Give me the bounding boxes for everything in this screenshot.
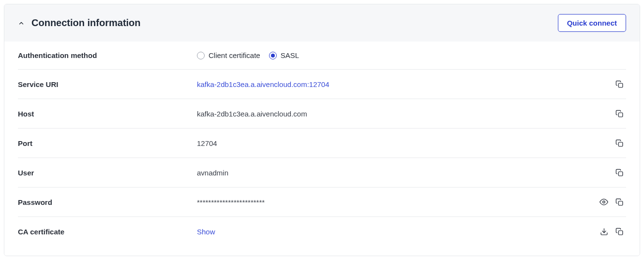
row-service-uri: Service URI kafka-2db1c3ea.a.aivencloud.…	[18, 70, 626, 99]
auth-method-value: Client certificate SASL	[197, 51, 626, 59]
row-password: Password ************************	[18, 187, 626, 217]
radio-selected-icon	[269, 52, 277, 59]
service-uri-value[interactable]: kafka-2db1c3ea.a.aivencloud.com:12704	[197, 80, 614, 88]
copy-icon[interactable]	[614, 138, 624, 148]
user-label: User	[18, 169, 197, 177]
svg-rect-3	[618, 172, 623, 176]
radio-unselected-icon	[197, 52, 205, 59]
panel-title: Connection information	[31, 17, 141, 29]
port-actions	[614, 138, 626, 148]
copy-icon[interactable]	[614, 168, 624, 177]
port-label: Port	[18, 139, 197, 147]
copy-icon[interactable]	[614, 109, 624, 118]
show-link[interactable]: Show	[197, 228, 215, 236]
auth-method-radio-group: Client certificate SASL	[197, 51, 626, 59]
radio-sasl-label: SASL	[281, 51, 299, 59]
ca-cert-value: Show	[197, 228, 599, 236]
svg-rect-0	[618, 83, 623, 87]
chevron-up-icon	[18, 20, 25, 27]
host-actions	[614, 109, 626, 118]
panel-header-left[interactable]: Connection information	[18, 17, 141, 29]
auth-method-label: Authentication method	[18, 51, 197, 59]
radio-client-cert-label: Client certificate	[209, 51, 260, 59]
host-value: kafka-2db1c3ea.a.aivencloud.com	[197, 110, 614, 118]
panel-body: Authentication method Client certificate…	[4, 42, 640, 256]
quick-connect-button[interactable]: Quick connect	[558, 14, 626, 32]
port-value: 12704	[197, 139, 614, 147]
ca-cert-label: CA certificate	[18, 228, 197, 236]
svg-rect-2	[618, 142, 623, 146]
row-user: User avnadmin	[18, 158, 626, 187]
svg-rect-7	[618, 231, 623, 235]
panel-header: Connection information Quick connect	[4, 4, 640, 42]
eye-icon[interactable]	[599, 197, 609, 207]
svg-rect-1	[618, 113, 623, 117]
svg-rect-5	[618, 201, 623, 205]
row-auth-method: Authentication method Client certificate…	[18, 42, 626, 70]
copy-icon[interactable]	[614, 227, 624, 236]
host-label: Host	[18, 110, 197, 118]
svg-point-4	[603, 201, 605, 203]
password-label: Password	[18, 198, 197, 206]
row-ca-certificate: CA certificate Show	[18, 217, 626, 246]
radio-client-certificate[interactable]: Client certificate	[197, 51, 260, 59]
password-actions	[599, 197, 626, 207]
ca-cert-actions	[599, 227, 626, 236]
download-icon[interactable]	[599, 227, 609, 236]
copy-icon[interactable]	[614, 197, 624, 207]
password-value: ************************	[197, 198, 599, 206]
radio-sasl[interactable]: SASL	[269, 51, 299, 59]
row-port: Port 12704	[18, 129, 626, 158]
service-uri-actions	[614, 79, 626, 89]
connection-info-panel: Connection information Quick connect Aut…	[4, 4, 640, 256]
user-actions	[614, 168, 626, 177]
copy-icon[interactable]	[614, 79, 624, 89]
row-host: Host kafka-2db1c3ea.a.aivencloud.com	[18, 99, 626, 129]
service-uri-label: Service URI	[18, 80, 197, 88]
user-value: avnadmin	[197, 169, 614, 177]
